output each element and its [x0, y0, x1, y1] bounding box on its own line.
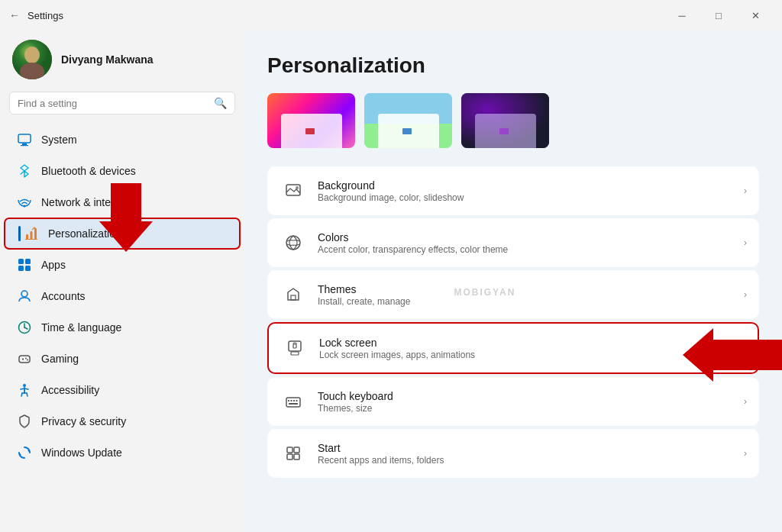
themes-desc: Install, create, manage — [318, 296, 733, 307]
theme-window-preview-1 — [281, 114, 342, 148]
settings-card-background[interactable]: Background Background image, color, slid… — [267, 166, 759, 215]
svg-line-20 — [24, 327, 27, 329]
personalization-icon — [24, 226, 39, 241]
settings-list: Background Background image, color, slid… — [267, 166, 759, 478]
close-button[interactable]: ✕ — [738, 3, 773, 27]
start-icon — [280, 440, 307, 467]
sidebar-item-apps-label: Apps — [41, 259, 66, 271]
svg-rect-9 — [26, 234, 28, 240]
lock-screen-icon — [281, 334, 309, 362]
settings-card-lock-screen[interactable]: Lock screen Lock screen images, apps, an… — [267, 322, 759, 374]
sidebar-item-privacy[interactable]: Privacy & security — [5, 406, 240, 437]
minimize-button[interactable]: ─ — [664, 3, 700, 27]
lock-screen-chevron: › — [742, 343, 745, 353]
lock-screen-desc: Lock screen images, apps, animations — [319, 350, 732, 360]
svg-rect-13 — [18, 259, 24, 264]
theme-thumbnails — [267, 93, 759, 148]
background-chevron: › — [744, 185, 747, 196]
theme-window-preview-3 — [475, 114, 536, 148]
titlebar-title: Settings — [27, 10, 63, 21]
svg-rect-42 — [294, 447, 299, 453]
sidebar-item-windows-update[interactable]: Windows Update — [5, 437, 240, 468]
sidebar-user: Divyang Makwana — [0, 31, 244, 92]
svg-rect-15 — [18, 266, 24, 271]
sidebar-item-bluetooth[interactable]: Bluetooth & devices — [5, 156, 240, 186]
theme-thumbnail-3[interactable] — [461, 93, 549, 148]
svg-point-3 — [24, 47, 40, 63]
gaming-icon — [17, 351, 32, 366]
start-label: Start — [318, 442, 733, 454]
background-label: Background — [318, 179, 733, 192]
bluetooth-icon — [17, 163, 32, 179]
svg-rect-5 — [18, 134, 31, 143]
sidebar-item-time[interactable]: Time & language — [5, 312, 240, 343]
sidebar-item-bluetooth-label: Bluetooth & devices — [41, 165, 136, 177]
touch-keyboard-text: Touch keyboard Themes, size — [318, 390, 733, 414]
svg-point-26 — [23, 384, 26, 387]
search-input[interactable] — [18, 98, 208, 109]
start-desc: Recent apps and items, folders — [318, 455, 733, 466]
settings-card-start[interactable]: Start Recent apps and items, folders › — [267, 429, 759, 478]
sidebar-item-accessibility-label: Accessibility — [41, 384, 99, 396]
svg-point-30 — [286, 236, 300, 250]
network-icon — [17, 195, 32, 210]
theme-thumbnail-1[interactable] — [267, 93, 355, 148]
sidebar-item-personalization-label: Personalization — [48, 227, 121, 240]
svg-point-24 — [25, 358, 27, 360]
svg-rect-43 — [287, 454, 292, 459]
settings-card-touch-keyboard[interactable]: Touch keyboard Themes, size › — [267, 377, 759, 426]
maximize-button[interactable]: □ — [701, 3, 736, 27]
sidebar-item-accessibility[interactable]: Accessibility — [5, 375, 240, 405]
page-title: Personalization — [267, 53, 759, 78]
svg-point-25 — [27, 360, 28, 361]
colors-chevron: › — [744, 237, 747, 248]
sidebar-item-privacy-label: Privacy & security — [41, 415, 126, 427]
sidebar-item-accounts-label: Accounts — [41, 290, 86, 302]
colors-icon — [280, 229, 307, 256]
touch-keyboard-desc: Themes, size — [318, 403, 733, 414]
sidebar-item-network[interactable]: Network & internet — [5, 187, 240, 218]
svg-rect-36 — [288, 400, 289, 401]
sidebar-item-gaming[interactable]: Gaming — [5, 343, 240, 374]
system-icon — [17, 132, 32, 147]
touch-keyboard-chevron: › — [744, 396, 747, 407]
accessibility-icon — [17, 382, 32, 398]
user-name: Divyang Makwana — [61, 53, 153, 66]
lock-screen-label: Lock screen — [319, 337, 732, 349]
titlebar-controls: ─ □ ✕ — [664, 3, 773, 27]
back-button[interactable]: ← — [9, 9, 20, 21]
sidebar-item-time-label: Time & language — [41, 321, 121, 334]
main-container: Divyang Makwana 🔍 System Bluetooth & dev… — [0, 31, 782, 532]
content-area: Personalization — [244, 31, 782, 532]
themes-text: Themes Install, create, manage — [318, 283, 733, 307]
svg-point-8 — [24, 205, 26, 208]
svg-rect-10 — [31, 231, 33, 240]
colors-text: Colors Accent color, transparency effect… — [318, 231, 733, 255]
svg-point-29 — [296, 186, 299, 189]
settings-card-themes[interactable]: Themes Install, create, manage › — [267, 270, 759, 319]
titlebar-left: ← Settings — [9, 9, 63, 21]
avatar — [12, 40, 52, 79]
apps-icon — [17, 257, 32, 272]
sidebar-item-accounts[interactable]: Accounts — [5, 281, 240, 311]
svg-rect-44 — [294, 454, 299, 459]
sidebar-item-windows-update-label: Windows Update — [41, 447, 122, 459]
search-box[interactable]: 🔍 — [9, 92, 235, 114]
start-chevron: › — [744, 448, 747, 459]
sidebar-item-system[interactable]: System — [5, 124, 240, 155]
themes-icon — [280, 281, 307, 308]
sidebar: Divyang Makwana 🔍 System Bluetooth & dev… — [0, 31, 244, 532]
theme-thumbnail-2[interactable] — [364, 93, 452, 148]
touch-keyboard-icon — [280, 388, 307, 415]
colors-label: Colors — [318, 231, 733, 243]
sidebar-item-personalization[interactable]: Personalization — [5, 218, 240, 249]
themes-chevron: › — [744, 289, 747, 300]
svg-rect-38 — [293, 400, 295, 401]
sidebar-item-apps[interactable]: Apps — [5, 250, 240, 280]
lock-screen-text: Lock screen Lock screen images, apps, an… — [319, 337, 732, 360]
svg-rect-31 — [291, 295, 296, 300]
content-wrapper: Personalization — [244, 31, 782, 532]
settings-card-colors[interactable]: Colors Accent color, transparency effect… — [267, 218, 759, 267]
svg-rect-35 — [286, 398, 300, 407]
touch-keyboard-label: Touch keyboard — [318, 390, 733, 402]
